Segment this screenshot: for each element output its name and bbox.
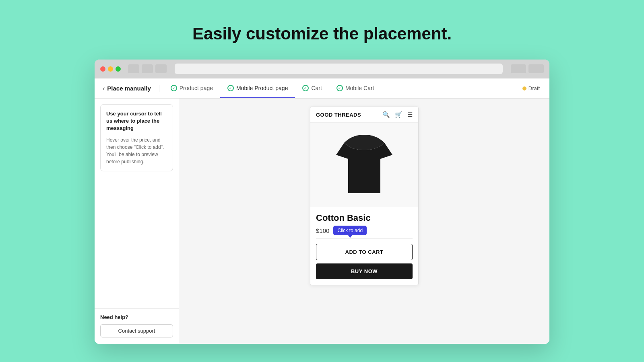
browser-nav-buttons: [128, 64, 167, 73]
center-preview-area: GOOD THREADS 🔍 🛒 ☰: [179, 99, 549, 344]
app-content: ‹ Place manually ✓ Product page ✓ Mobile…: [95, 78, 549, 344]
app-tabs-bar: ‹ Place manually ✓ Product page ✓ Mobile…: [95, 78, 549, 99]
browser-extensions-button[interactable]: [511, 64, 526, 73]
tabs-list: ✓ Product page ✓ Mobile Product page ✓ C…: [163, 78, 382, 98]
tab-mobile-cart[interactable]: ✓ Mobile Cart: [329, 78, 382, 98]
browser-right-buttons: [511, 64, 544, 73]
tab-check-icon-cart: ✓: [302, 85, 309, 91]
product-price: $100: [316, 227, 329, 234]
product-tshirt-image: [336, 131, 392, 199]
menu-icon[interactable]: ☰: [407, 111, 413, 118]
browser-refresh-button[interactable]: [155, 64, 167, 73]
separator-line: [316, 239, 413, 239]
tab-check-icon-mobile: ✓: [227, 85, 234, 91]
browser-forward-button[interactable]: [142, 64, 153, 73]
tab-cart[interactable]: ✓ Cart: [295, 78, 329, 98]
browser-chrome: [95, 60, 549, 78]
cart-icon[interactable]: 🛒: [395, 111, 402, 118]
mobile-product-frame: GOOD THREADS 🔍 🛒 ☰: [310, 107, 419, 285]
place-manually-label: Place manually: [107, 85, 151, 92]
draft-dot-icon: [522, 86, 526, 90]
product-name: Cotton Basic: [316, 213, 413, 223]
main-area: Use your cursor to tell us where to plac…: [95, 99, 549, 344]
traffic-lights: [100, 66, 121, 72]
tab-check-icon: ✓: [171, 85, 177, 91]
browser-menu-button[interactable]: [528, 64, 544, 73]
draft-badge: Draft: [522, 85, 541, 91]
browser-window: ‹ Place manually ✓ Product page ✓ Mobile…: [95, 60, 549, 344]
back-button[interactable]: ‹ Place manually: [103, 85, 159, 92]
add-to-cart-button[interactable]: ADD TO CART: [316, 244, 413, 260]
tab-mobile-cart-label: Mobile Cart: [345, 85, 374, 91]
draft-label: Draft: [528, 85, 540, 91]
sidebar-info-title: Use your cursor to tell us where to plac…: [106, 110, 167, 132]
browser-back-button[interactable]: [128, 64, 139, 73]
sidebar-info-box: Use your cursor to tell us where to plac…: [100, 104, 173, 171]
sidebar-spacer: [95, 175, 179, 308]
mobile-store-header: GOOD THREADS 🔍 🛒 ☰: [310, 107, 418, 123]
store-name: GOOD THREADS: [316, 112, 361, 118]
tab-mobile-product-page-label: Mobile Product page: [236, 85, 288, 91]
tab-check-icon-mobile-cart: ✓: [336, 85, 343, 91]
sidebar-info-desc: Hover over the price, and then choose "C…: [106, 136, 167, 165]
product-image-area: [310, 123, 418, 207]
page-heading: Easily customize the placement.: [192, 24, 452, 43]
sidebar-help-label: Need help?: [100, 314, 173, 320]
sidebar-help-section: Need help? Contact support: [95, 308, 179, 344]
traffic-light-yellow[interactable]: [108, 66, 113, 72]
price-row: $100 Click to add: [316, 226, 413, 235]
buy-now-button[interactable]: BUY NOW: [316, 263, 413, 279]
address-bar[interactable]: [175, 64, 503, 74]
tab-product-page-label: Product page: [180, 85, 213, 91]
search-icon[interactable]: 🔍: [382, 111, 390, 118]
tab-mobile-product-page[interactable]: ✓ Mobile Product page: [220, 78, 295, 98]
product-info: Cotton Basic $100 Click to add ADD TO CA…: [310, 207, 418, 285]
mobile-header-icons: 🔍 🛒 ☰: [382, 111, 413, 118]
tab-product-page[interactable]: ✓ Product page: [163, 78, 220, 98]
contact-support-button[interactable]: Contact support: [100, 324, 173, 337]
click-to-add-button[interactable]: Click to add: [333, 226, 367, 235]
traffic-light-green[interactable]: [116, 66, 121, 72]
tab-cart-label: Cart: [311, 85, 322, 91]
traffic-light-red[interactable]: [100, 66, 105, 72]
left-sidebar: Use your cursor to tell us where to plac…: [95, 99, 179, 344]
back-chevron-icon: ‹: [103, 85, 105, 92]
